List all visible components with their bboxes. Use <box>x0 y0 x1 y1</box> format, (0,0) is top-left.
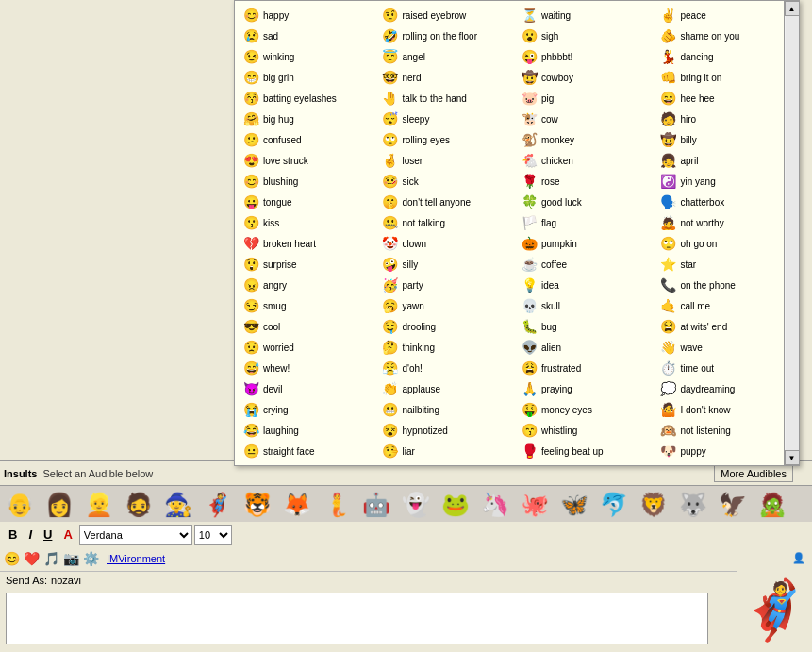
heart-icon[interactable]: ❤️ <box>24 551 40 566</box>
emoticon-item[interactable]: 🤡clown <box>378 233 518 254</box>
emoticon-item[interactable]: 😇angel <box>378 46 518 67</box>
emoticon-item[interactable]: 😚batting eyelashes <box>239 88 378 109</box>
emoticon-item[interactable]: 💔broken heart <box>239 233 378 254</box>
avatar-item-10[interactable]: 👻 <box>396 486 436 524</box>
emoticon-item[interactable]: 😁big grin <box>239 67 378 88</box>
emoticon-item[interactable]: 😉winking <box>239 46 378 67</box>
emoticon-item[interactable]: 👧april <box>656 150 796 171</box>
emoticon-item[interactable]: 😈devil <box>239 378 378 399</box>
emoticon-item[interactable]: 👋wave <box>656 337 796 358</box>
emoticon-item[interactable]: 🫵shame on you <box>656 25 796 46</box>
settings-icon[interactable]: ⚙️ <box>83 551 99 566</box>
emoticon-item[interactable]: 👏applause <box>378 378 518 399</box>
scroll-down-arrow[interactable]: ▼ <box>785 450 800 465</box>
emoticon-item[interactable]: 🤠billy <box>656 129 796 150</box>
emoticon-item[interactable]: 🌹rose <box>517 171 656 192</box>
emoticon-item[interactable]: 😲surprise <box>239 254 378 275</box>
avatar-item-13[interactable]: 🐙 <box>515 486 555 524</box>
emoticon-item[interactable]: 😄hee hee <box>656 88 796 109</box>
avatar-item-1[interactable]: 👩 <box>40 486 79 524</box>
emoticon-item[interactable]: 🐔chicken <box>517 150 656 171</box>
emoticon-item[interactable]: 🤨raised eyebrow <box>378 5 518 25</box>
emoticon-item[interactable]: ☯️yin yang <box>656 171 796 192</box>
emoticon-item[interactable]: 😮sigh <box>517 25 656 46</box>
emoticon-item[interactable]: 🤥liar <box>378 441 518 461</box>
emoticon-item[interactable]: 🤞loser <box>378 150 518 171</box>
emoticon-item[interactable]: 🤪silly <box>378 254 518 275</box>
emoticon-item[interactable]: 🙄rolling eyes <box>378 129 518 150</box>
avatar-item-2[interactable]: 👱 <box>79 486 119 524</box>
emoticon-item[interactable]: 🏳️flag <box>517 212 656 233</box>
emoticon-item[interactable]: 😂laughing <box>239 420 378 441</box>
emoticon-item[interactable]: 🤫don't tell anyone <box>378 192 518 212</box>
emoticon-item[interactable]: 🐷pig <box>517 88 656 109</box>
emoticon-item[interactable]: 👊bring it on <box>656 67 796 88</box>
emoticon-item[interactable]: 😊happy <box>239 5 378 25</box>
avatar-item-15[interactable]: 🐬 <box>594 486 634 524</box>
avatar-item-7[interactable]: 🦊 <box>277 486 317 524</box>
color-button[interactable]: A <box>58 525 76 544</box>
emoticon-item[interactable]: 😜phbbbt! <box>517 46 656 67</box>
imvironment-label[interactable]: IMVironment <box>107 553 165 564</box>
emoticon-item[interactable]: 😐straight face <box>239 441 378 461</box>
avatar-item-11[interactable]: 🐸 <box>436 486 475 524</box>
emoticon-item[interactable]: 🤓nerd <box>378 67 518 88</box>
emoticon-item[interactable]: 😠angry <box>239 275 378 295</box>
emoticon-item[interactable]: 🤣rolling on the floor <box>378 25 518 46</box>
message-input[interactable] <box>6 593 708 644</box>
emoticon-item[interactable]: 😊blushing <box>239 171 378 192</box>
emoticon-item[interactable]: 🤷I don't know <box>656 399 796 420</box>
emoticon-item[interactable]: 🤤drooling <box>378 316 518 337</box>
avatar-item-6[interactable]: 🐯 <box>238 486 277 524</box>
emoticon-item[interactable]: 😏smug <box>239 295 378 316</box>
emoticon-item[interactable]: 😅whew! <box>239 358 378 378</box>
emoticon-item[interactable]: 😎cool <box>239 316 378 337</box>
emoticon-item[interactable]: 🍀good luck <box>517 192 656 212</box>
emoticon-item[interactable]: 💡idea <box>517 275 656 295</box>
emoticon-item[interactable]: 🙏praying <box>517 378 656 399</box>
avatar-item-8[interactable]: 🧜 <box>317 486 356 524</box>
music-icon[interactable]: 🎵 <box>43 551 59 566</box>
avatar-item-0[interactable]: 👴 <box>0 486 40 524</box>
emoticon-item[interactable]: 🤔thinking <box>378 337 518 358</box>
avatar-item-3[interactable]: 🧔 <box>119 486 158 524</box>
avatar-item-4[interactable]: 🧙 <box>158 486 198 524</box>
emoticon-item[interactable]: 😙whistling <box>517 420 656 441</box>
emoticon-item[interactable]: ⭐star <box>656 254 796 275</box>
emoticon-item[interactable]: 📞on the phone <box>656 275 796 295</box>
emoticon-item[interactable]: 🤙call me <box>656 295 796 316</box>
emoticon-item[interactable]: 😫at wits' end <box>656 316 796 337</box>
emoticon-item[interactable]: 🤐not talking <box>378 212 518 233</box>
emoticon-item[interactable]: 🙉not listening <box>656 420 796 441</box>
emoticon-item[interactable]: 😢sad <box>239 25 378 46</box>
more-audibles-button[interactable]: More Audibles <box>714 465 793 482</box>
font-size-select[interactable]: 10 12 14 16 <box>194 525 232 545</box>
emoticon-item[interactable]: 😗kiss <box>239 212 378 233</box>
imvironment-right-icon[interactable]: 👤 <box>789 549 808 568</box>
emoticon-item[interactable]: 🤒sick <box>378 171 518 192</box>
bold-button[interactable]: B <box>4 525 22 544</box>
emoticon-item[interactable]: 🐛bug <box>517 316 656 337</box>
emoticon-item[interactable]: 😛tongue <box>239 192 378 212</box>
avatar-item-19[interactable]: 🧟 <box>753 486 792 524</box>
avatar-item-16[interactable]: 🦁 <box>634 486 673 524</box>
emoticon-item[interactable]: ✌️peace <box>656 5 796 25</box>
emoticon-item[interactable]: 🐒monkey <box>517 129 656 150</box>
emoticon-item[interactable]: 🤠cowboy <box>517 67 656 88</box>
emoticon-item[interactable]: 😟worried <box>239 337 378 358</box>
emoticon-item[interactable]: 🐮cow <box>517 109 656 129</box>
emoticon-item[interactable]: 😤d'oh! <box>378 358 518 378</box>
avatar-item-5[interactable]: 🦸 <box>198 486 238 524</box>
underline-button[interactable]: U <box>39 525 57 544</box>
font-select[interactable]: Verdana Arial Times New Roman <box>79 525 192 545</box>
emoticon-item[interactable]: 🤗big hug <box>239 109 378 129</box>
emoticon-item[interactable]: ⏳waiting <box>517 5 656 25</box>
emoticon-item[interactable]: 🙄oh go on <box>656 233 796 254</box>
emoticon-item[interactable]: 😭crying <box>239 399 378 420</box>
camera-icon[interactable]: 📷 <box>63 551 79 566</box>
emoticon-item[interactable]: 🐶puppy <box>656 441 796 461</box>
italic-button[interactable]: I <box>24 525 37 544</box>
emoticon-item[interactable]: 🤑money eyes <box>517 399 656 420</box>
emoticon-item[interactable]: 🎃pumpkin <box>517 233 656 254</box>
emoticon-item[interactable]: 😍love struck <box>239 150 378 171</box>
